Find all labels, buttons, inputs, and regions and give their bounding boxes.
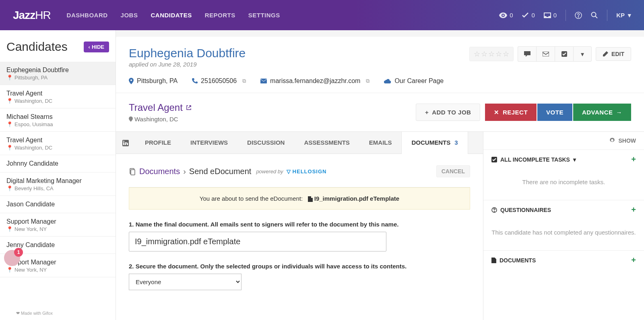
file-icon [308, 196, 313, 202]
breadcrumb-root[interactable]: Documents [139, 167, 180, 176]
add-document-button[interactable]: + [631, 256, 636, 265]
phone-icon [192, 78, 198, 84]
copy-icon[interactable]: ⧉ [242, 78, 246, 84]
tab-discussion[interactable]: DISCUSSION [237, 132, 294, 154]
pin-icon: 📍 [6, 267, 13, 273]
logo[interactable]: JazzHR [13, 9, 51, 22]
vote-button[interactable]: VOTE [537, 104, 572, 121]
tab-interviews[interactable]: INTERVIEWS [181, 132, 237, 154]
pin-icon: 📍 [6, 98, 13, 104]
notification-badge: 1 [14, 248, 23, 257]
applied-date: applied on June 28, 2019 [129, 61, 246, 68]
breadcrumb-current: Send eDocument [189, 167, 252, 176]
svg-rect-9 [131, 170, 135, 175]
add-task-button[interactable]: + [631, 155, 636, 164]
add-questionnaire-button[interactable]: + [631, 205, 636, 214]
tab-documents[interactable]: DOCUMENTS 3 [401, 132, 468, 154]
chevron-down-icon: ▾ [581, 50, 584, 58]
star-icon: ☆ [488, 50, 495, 58]
sidebar-item[interactable]: Digital Marketing Manager 📍Beverly Hills… [0, 172, 116, 196]
candidates-list[interactable]: Euphegenia Doubtfire 📍Pittsburgh, PA Tra… [0, 62, 116, 320]
checkbox-icon [491, 157, 497, 162]
sidebar-item[interactable]: Travel Agent 📍Washington, DC [0, 85, 116, 108]
checkbox-icon [561, 51, 567, 57]
step2-label: 2. Secure the document. Only the selecte… [129, 263, 470, 270]
info-banner: You are about to send the eDocument: I9_… [129, 187, 470, 210]
documents-panel-header[interactable]: DOCUMENTS + [483, 250, 644, 270]
mail-icon [543, 52, 549, 56]
cancel-button[interactable]: CANCEL [436, 165, 470, 177]
pin-icon: 📍 [6, 185, 13, 191]
nav-jobs[interactable]: JOBS [121, 12, 138, 19]
user-menu[interactable]: KP ▾ [616, 12, 631, 19]
tab-assessments[interactable]: ASSESSMENTS [294, 132, 359, 154]
candidate-tabs: PROFILE INTERVIEWS DISCUSSION ASSESSMENT… [116, 132, 483, 154]
copy-icon[interactable]: ⧉ [366, 78, 369, 84]
pencil-icon [603, 51, 608, 57]
chevron-down-icon: ▾ [628, 12, 631, 19]
tab-profile[interactable]: PROFILE [135, 132, 181, 154]
tab-linkedin[interactable] [116, 132, 135, 154]
job-location: Washington, DC [129, 116, 192, 123]
nav-dashboard[interactable]: DASHBOARD [67, 12, 108, 19]
questionnaires-panel-header[interactable]: QUESTIONNAIRES + [483, 200, 644, 219]
main: Euphegenia Doubtfire applied on June 28,… [116, 30, 644, 320]
edit-button[interactable]: EDIT [596, 47, 631, 61]
email-button[interactable] [536, 46, 555, 62]
divider [566, 10, 566, 21]
pin-icon: 📍 [6, 145, 13, 151]
svg-rect-6 [123, 142, 124, 145]
inbox-stat[interactable]: 0 [544, 12, 557, 19]
sidebar-item[interactable]: Euphegenia Doubtfire 📍Pittsburgh, PA [0, 62, 116, 85]
search-icon[interactable] [591, 12, 598, 19]
location: Pittsburgh, PA [129, 77, 178, 85]
star-rating[interactable]: ☆☆☆☆☆ [469, 47, 514, 61]
advance-button[interactable]: ADVANCE → [573, 104, 631, 121]
source: Our Career Page [384, 77, 444, 85]
sidebar-item[interactable]: Michael Stearns 📍Espoo, Uusimaa [0, 108, 116, 132]
powered-by: powered by ▽HELLOSIGN [256, 168, 326, 175]
more-dropdown[interactable]: ▾ [573, 46, 592, 62]
job-title[interactable]: Travel Agent [129, 102, 192, 113]
reject-button[interactable]: ✕ REJECT [485, 104, 537, 121]
nav-reports[interactable]: REPORTS [205, 12, 235, 19]
tab-emails[interactable]: EMAILS [359, 132, 402, 154]
star-icon: ☆ [495, 50, 502, 58]
comment-button[interactable] [518, 46, 536, 62]
pin-icon: 📍 [6, 75, 13, 81]
questionnaires-empty: This candidate has not completed any que… [483, 219, 644, 250]
access-select[interactable]: Everyone [129, 274, 242, 290]
task-button[interactable] [555, 46, 573, 62]
views-stat[interactable]: 0 [499, 12, 513, 19]
svg-point-1 [578, 17, 578, 17]
sidebar-item[interactable]: Travel Agent 📍Washington, DC [0, 132, 116, 155]
mail-icon [260, 79, 267, 83]
file-icon [491, 258, 496, 263]
star-icon: ☆ [503, 50, 509, 58]
hide-sidebar-button[interactable]: ‹ HIDE [84, 42, 109, 52]
pin-icon [129, 78, 134, 84]
sidebar-item[interactable]: Support Manager 📍New York, NY [0, 213, 116, 237]
add-to-job-button[interactable]: + ADD TO JOB [416, 104, 481, 121]
svg-point-2 [592, 12, 596, 17]
sidebar-title: Candidates [6, 40, 68, 54]
sidebar-item[interactable]: 1 Support Manager 📍New York, NY [0, 254, 116, 277]
chevron-left-icon: ‹ [89, 44, 90, 50]
gifox-watermark: ❤ Made with Gifox [16, 311, 53, 316]
tasks-panel-header[interactable]: ALL INCOMPLETE TASKS ▾ + [483, 150, 644, 169]
pin-icon: 📍 [6, 121, 13, 127]
candidate-name[interactable]: Euphegenia Doubtfire [129, 46, 246, 60]
nav-candidates[interactable]: CANDIDATES [151, 12, 192, 19]
tasks-stat[interactable]: 0 [522, 12, 535, 19]
nav-settings[interactable]: SETTINGS [248, 12, 280, 19]
show-toggle[interactable]: SHOW [483, 132, 644, 150]
help-icon[interactable] [575, 12, 582, 19]
breadcrumb: Documents › Send eDocument [129, 167, 251, 176]
sidebar-item[interactable]: Jason Candidate [0, 196, 116, 213]
document-name-input[interactable] [129, 232, 386, 251]
topbar: JazzHR DASHBOARD JOBS CANDIDATES REPORTS… [0, 0, 644, 30]
topbar-right: 0 0 0 KP ▾ [499, 10, 631, 21]
sidebar-item[interactable]: Johnny Candidate [0, 155, 116, 172]
svg-rect-4 [260, 79, 267, 83]
svg-point-12 [494, 211, 494, 212]
